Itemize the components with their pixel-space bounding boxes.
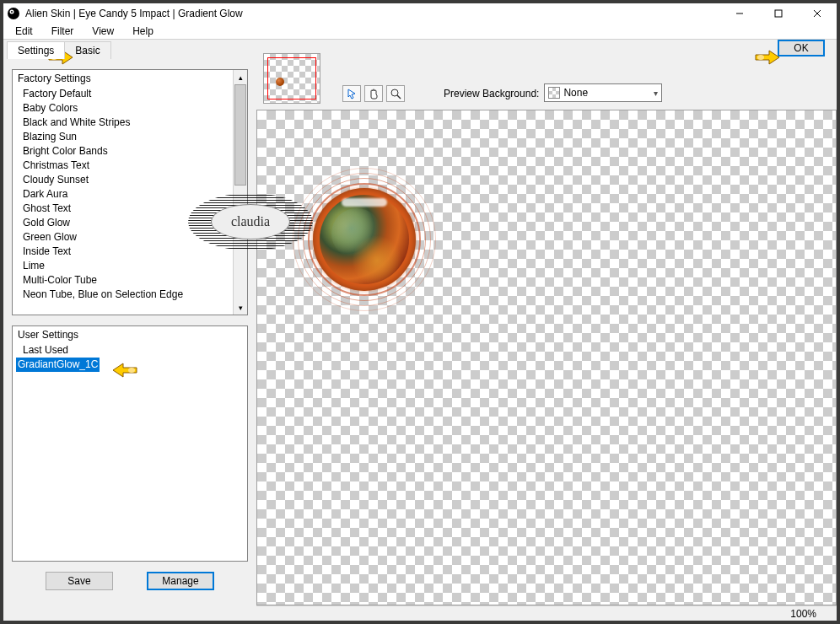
preview-background-select[interactable]: None ▾ [544,83,662,102]
user-settings-list[interactable]: User Settings Last UsedGradiantGlow_1C [12,325,248,562]
statusbar: 100% [256,605,837,621]
list-item[interactable]: Gold Glow [13,216,233,230]
preview-background-value: None [563,87,588,99]
pointer-tool-icon[interactable] [342,85,361,102]
menubar: Edit Filter View Help [3,24,837,39]
list-item[interactable]: Green Glow [13,230,233,245]
minimize-button[interactable] [720,3,759,24]
tab-settings[interactable]: Settings [7,41,65,59]
app-icon [7,7,20,20]
zoom-tool-icon[interactable] [386,85,405,102]
hand-tool-icon[interactable] [364,85,383,102]
preview-background-label: Preview Background: [444,88,539,100]
list-item[interactable]: Multi-Color Tube [13,273,233,288]
navigator-thumbnail[interactable] [263,53,320,104]
scroll-down-icon[interactable]: ▾ [234,300,247,315]
list-item[interactable]: Bright Color Bands [13,144,233,159]
list-item[interactable]: Last Used [13,343,73,358]
factory-settings-header: Factory Settings [13,70,233,87]
list-item[interactable]: Blazing Sun [13,130,233,144]
window-title: Alien Skin | Eye Candy 5 Impact | Gradie… [25,8,243,19]
zoom-level: 100% [790,608,816,620]
right-panel: Preview Background: None ▾ [256,59,837,621]
ok-button[interactable]: OK [778,40,825,56]
maximize-button[interactable] [759,3,798,24]
manage-button[interactable]: Manage [147,572,214,590]
list-item[interactable]: Christmas Text [13,159,233,173]
menu-help[interactable]: Help [124,24,162,38]
list-item[interactable]: Factory Default [13,87,233,101]
menu-edit[interactable]: Edit [7,24,41,38]
list-item[interactable]: Baby Colors [13,101,233,116]
titlebar: Alien Skin | Eye Candy 5 Impact | Gradie… [3,3,837,24]
scrollbar[interactable]: ▴ ▾ [233,70,247,315]
list-item[interactable]: Neon Tube, Blue on Selection Edge [13,288,233,302]
list-item[interactable]: Dark Aura [13,187,233,202]
list-item[interactable]: Lime [13,259,233,273]
preview-content [293,168,436,311]
scroll-thumb[interactable] [234,84,246,186]
list-item[interactable]: GradiantGlow_1C [16,358,100,372]
svg-point-0 [8,8,19,19]
preview-canvas[interactable] [256,110,837,605]
list-item[interactable]: Inside Text [13,245,233,259]
svg-line-8 [397,95,401,99]
navigator-strip: Preview Background: None ▾ [256,59,837,110]
menu-filter[interactable]: Filter [43,24,83,38]
left-panel: Factory Settings Factory DefaultBaby Col… [3,59,256,621]
scroll-up-icon[interactable]: ▴ [234,70,247,84]
list-item[interactable]: Black and White Stripes [13,116,233,130]
close-button[interactable] [798,3,837,24]
tabrow: Settings Basic OK Cancel [3,39,837,59]
svg-rect-4 [775,10,782,17]
svg-point-2 [11,11,13,13]
list-item[interactable]: Ghost Text [13,202,233,216]
svg-point-7 [391,89,398,96]
factory-settings-list[interactable]: Factory Settings Factory DefaultBaby Col… [12,69,248,315]
user-settings-header: User Settings [13,326,247,343]
transparency-swatch-icon [548,87,560,99]
save-button[interactable]: Save [46,572,113,590]
tab-basic[interactable]: Basic [64,41,110,59]
list-item[interactable]: Cloudy Sunset [13,173,233,187]
menu-view[interactable]: View [83,24,122,38]
chevron-down-icon: ▾ [654,89,658,98]
